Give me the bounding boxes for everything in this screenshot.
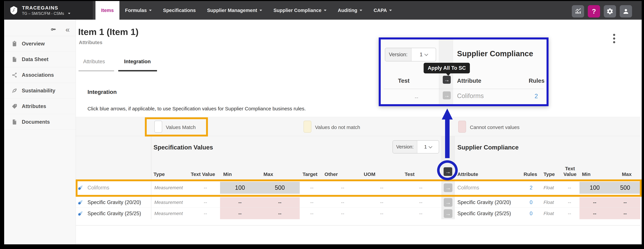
sc-type: Float [544,211,554,216]
version-dropdown[interactable]: Version: 1 [385,48,436,61]
version-value: 1 [424,144,427,150]
spec-min: 100 [220,182,260,194]
sidebar-item-associations[interactable]: Associations [4,67,76,83]
sidebar-item-sustainability[interactable]: Sustainability [4,83,76,99]
tab-attributes[interactable]: Attributes [83,59,105,65]
sc-attribute-name: Coliforms [458,185,479,191]
analytics-icon[interactable] [572,5,584,18]
screenshot-border [0,0,4,249]
tracegains-logo-icon [9,6,19,15]
chevron-down-icon [389,10,392,11]
sidebar-item-attributes[interactable]: Attributes [4,99,76,114]
org-name: TG – SM/SC/FM - CSMs [22,11,64,16]
apply-row-to-sc-button[interactable] [444,183,452,192]
spec-values-title: Specification Values [154,144,213,151]
spec-test: -- [415,199,426,205]
nav-item-supplier-management[interactable]: Supplier Management [202,1,268,20]
legend-label-cannot-convert: Cannot convert values [470,125,520,130]
legend-label-values-match: Values Match [166,125,196,130]
attribute-droplet-icon [77,185,83,191]
apply-row-to-sc-button[interactable] [444,198,452,207]
nav-item-capa[interactable]: CAPA [368,1,398,20]
collapse-sidebar-icon[interactable]: « [65,26,70,33]
spec-type: Measurement [154,211,183,216]
spec-other: -- [337,211,348,216]
min-max-cell-cannot-convert: -- -- [220,208,300,219]
more-options-kebab-icon[interactable] [613,32,615,45]
nav-item-auditing[interactable]: Auditing [332,1,368,20]
app-window: TRACEGAINS TG – SM/SC/FM - CSMs Items Fo… [0,0,644,249]
sc-type: Float [544,200,554,205]
org-selector[interactable]: TG – SM/SC/FM - CSMs [22,11,70,16]
version-dropdown[interactable]: Version: 1 [392,140,439,153]
brand-block[interactable]: TRACEGAINS TG – SM/SC/FM - CSMs [5,1,93,20]
nav-item-supplier-compliance[interactable]: Supplier Compliance [268,1,332,20]
apply-all-to-sc-tooltip: Apply All To SC [424,63,470,73]
top-nav: TRACEGAINS TG – SM/SC/FM - CSMs Items Fo… [0,1,644,20]
sc-text-value: -- [564,199,575,205]
legend-label-values-do-not-match: Values do not match [315,125,360,130]
chevron-down-icon [149,10,152,11]
min-max-cell-cannot-convert: -- -- [220,197,300,207]
share-icon [12,72,18,78]
key-icon[interactable] [50,26,57,33]
spec-min: -- [220,208,260,219]
sc-rules-link[interactable]: 2 [530,93,542,100]
sc-rules-link[interactable]: 0 [525,199,537,205]
spec-type: Measurement [154,200,183,205]
section-description: Click blue arrows, if applicable, to use… [88,106,306,112]
nav-item-formulas[interactable]: Formulas [120,1,158,20]
chevron-down-icon [68,13,70,14]
col-sc-max: Max [622,171,632,177]
supplier-compliance-title: Supplier Compliance [458,144,518,151]
spec-min: -- [220,197,260,207]
spec-uom: -- [376,211,388,216]
apply-all-to-sc-button[interactable] [443,76,451,84]
tab-integration[interactable]: Integration [124,59,151,65]
tab-underline [78,70,114,71]
page-subtitle: Attributes [79,40,102,45]
spec-attribute-name: Specific Gravity (25/25) [88,210,141,216]
document-icon [12,119,18,125]
spec-attribute-name: Specific Gravity (20/20) [88,199,141,205]
spec-target: -- [306,185,318,191]
apply-row-to-sc-button[interactable] [443,91,451,99]
sidebar-item-data-sheet[interactable]: Data Sheet [4,52,76,67]
sc-min: -- [580,197,610,207]
sc-min-max-cell-cannot-convert: -- -- [580,197,640,207]
col-other: Other [324,171,338,177]
leaf-icon [12,88,18,94]
sc-min-max-cell-cannot-convert: -- -- [580,208,640,219]
sc-attribute-name: Coliforms [457,92,484,100]
col-target: Target [302,171,317,177]
chevron-down-icon [324,10,326,11]
sc-rules-link[interactable]: 2 [525,185,537,191]
spec-target: -- [306,199,318,205]
version-value: 1 [420,52,422,58]
table-row-coliforms: Coliforms Measurement -- 100 500 -- -- -… [76,182,640,194]
zoom-callout: Version: 1 Supplier Compliance Apply All… [379,38,548,106]
nav-item-specifications[interactable]: Specifications [157,1,202,20]
legend-strip: Values Match Values do not match Cannot … [76,117,640,136]
min-max-cell-match: 100 500 [220,182,300,194]
col-uom: UOM [364,171,376,177]
sidebar-item-documents[interactable]: Documents [4,114,76,130]
nav-menu: Items Formulas Specifications Supplier M… [96,1,398,20]
sidebar-item-overview[interactable]: Overview [4,36,76,52]
account-icon[interactable] [620,5,632,18]
settings-gear-icon[interactable] [604,5,616,18]
col-min: Min [223,171,232,177]
col-text-value: Text Value [191,171,215,177]
chevron-down-icon [260,10,262,11]
spec-text-value: -- [200,211,211,216]
col-attribute: Attribute [458,171,478,177]
sc-text-value: -- [564,211,575,216]
attribute-droplet-icon [77,210,83,217]
spec-test: -- [415,185,426,191]
sc-rules-link[interactable]: 0 [525,210,537,216]
nav-item-items[interactable]: Items [96,1,120,20]
spec-other: -- [337,199,348,205]
help-icon[interactable]: ? [588,5,600,18]
apply-row-to-sc-button[interactable] [444,209,452,218]
sc-text-value: -- [564,185,575,191]
